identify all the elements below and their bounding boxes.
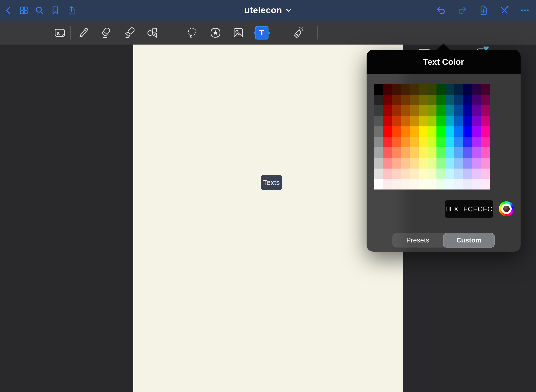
color-swatch[interactable] (410, 179, 419, 189)
color-swatch[interactable] (374, 95, 383, 105)
color-swatch[interactable] (463, 116, 472, 126)
color-swatch[interactable] (383, 84, 392, 95)
color-swatch[interactable] (428, 126, 436, 137)
color-swatch[interactable] (436, 147, 445, 158)
color-swatch[interactable] (445, 116, 454, 126)
tool-highlighter[interactable] (122, 25, 137, 40)
color-swatch[interactable] (481, 179, 490, 189)
color-swatch[interactable] (454, 158, 463, 169)
color-swatch[interactable] (436, 84, 445, 95)
stylus-toggle-button[interactable] (499, 6, 509, 15)
color-swatch[interactable] (481, 95, 490, 105)
color-swatch[interactable] (374, 158, 383, 169)
color-swatch[interactable] (410, 126, 419, 137)
color-swatch[interactable] (419, 105, 428, 116)
color-swatch[interactable] (472, 169, 481, 179)
tool-shapes[interactable] (145, 25, 160, 40)
color-swatch[interactable] (392, 116, 401, 126)
tool-pen[interactable] (75, 25, 91, 40)
color-swatch[interactable] (401, 84, 410, 95)
color-swatch[interactable] (401, 126, 410, 137)
document-page[interactable] (133, 45, 403, 392)
color-swatch[interactable] (401, 169, 410, 179)
tool-image[interactable] (231, 25, 246, 40)
color-swatch[interactable] (392, 95, 401, 105)
color-swatch[interactable] (472, 137, 481, 148)
color-swatch[interactable] (445, 137, 454, 148)
color-swatch[interactable] (481, 84, 490, 95)
color-swatch[interactable] (374, 147, 383, 158)
color-swatch[interactable] (481, 105, 490, 116)
color-swatch[interactable] (428, 169, 436, 179)
color-swatch[interactable] (419, 137, 428, 148)
color-swatch[interactable] (436, 105, 445, 116)
color-swatch[interactable] (472, 84, 481, 95)
color-swatch[interactable] (401, 137, 410, 148)
color-swatch[interactable] (410, 116, 419, 126)
color-swatch[interactable] (383, 95, 392, 105)
tool-page-mode[interactable]: a (52, 25, 67, 40)
color-swatch[interactable] (481, 147, 490, 158)
color-swatch[interactable] (374, 126, 383, 137)
color-swatch[interactable] (454, 147, 463, 158)
color-swatch[interactable] (445, 84, 454, 95)
color-swatch[interactable] (374, 105, 383, 116)
color-swatch[interactable] (463, 179, 472, 189)
color-swatch[interactable] (445, 126, 454, 137)
color-swatch[interactable] (472, 179, 481, 189)
redo-button[interactable] (457, 6, 467, 15)
color-swatch[interactable] (374, 169, 383, 179)
color-swatch[interactable] (419, 147, 428, 158)
color-wheel-button[interactable] (499, 201, 514, 216)
color-swatch[interactable] (401, 116, 410, 126)
color-swatch[interactable] (392, 84, 401, 95)
color-swatch[interactable] (419, 179, 428, 189)
color-swatch[interactable] (383, 105, 392, 116)
tool-lasso[interactable] (185, 25, 200, 40)
color-swatch[interactable] (392, 126, 401, 137)
color-swatch[interactable] (445, 105, 454, 116)
color-swatch[interactable] (410, 147, 419, 158)
color-swatch[interactable] (419, 84, 428, 95)
back-button[interactable] (4, 6, 13, 15)
color-swatch[interactable] (392, 169, 401, 179)
more-button[interactable] (520, 6, 530, 15)
undo-button[interactable] (436, 6, 446, 15)
color-swatch[interactable] (454, 116, 463, 126)
color-swatch[interactable] (383, 179, 392, 189)
color-swatch[interactable] (436, 95, 445, 105)
color-swatch[interactable] (445, 95, 454, 105)
tab-custom[interactable]: Custom (443, 233, 495, 248)
color-swatch[interactable] (392, 137, 401, 148)
color-swatch[interactable] (383, 126, 392, 137)
color-swatch[interactable] (436, 126, 445, 137)
color-swatch[interactable] (428, 95, 436, 105)
bookmark-button[interactable] (50, 6, 60, 15)
color-swatch[interactable] (481, 126, 490, 137)
color-swatch[interactable] (419, 126, 428, 137)
color-swatch[interactable] (472, 116, 481, 126)
color-swatch[interactable] (410, 169, 419, 179)
tool-laser-pointer[interactable] (290, 25, 305, 40)
color-swatch[interactable] (410, 158, 419, 169)
color-swatch[interactable] (472, 95, 481, 105)
add-page-button[interactable] (478, 6, 488, 15)
color-swatch[interactable] (454, 95, 463, 105)
color-swatch[interactable] (481, 169, 490, 179)
color-swatch[interactable] (463, 137, 472, 148)
color-swatch[interactable] (428, 147, 436, 158)
document-title-button[interactable]: utelecon (244, 5, 292, 15)
color-swatch[interactable] (428, 105, 436, 116)
color-swatch[interactable] (472, 126, 481, 137)
color-swatch[interactable] (472, 105, 481, 116)
search-button[interactable] (35, 6, 44, 15)
color-swatch[interactable] (436, 116, 445, 126)
color-swatch[interactable] (374, 116, 383, 126)
color-swatch[interactable] (401, 147, 410, 158)
color-swatch[interactable] (383, 147, 392, 158)
color-swatch[interactable] (454, 105, 463, 116)
color-swatch[interactable] (445, 169, 454, 179)
color-swatch[interactable] (481, 116, 490, 126)
color-swatch[interactable] (419, 95, 428, 105)
color-swatch[interactable] (374, 84, 383, 95)
